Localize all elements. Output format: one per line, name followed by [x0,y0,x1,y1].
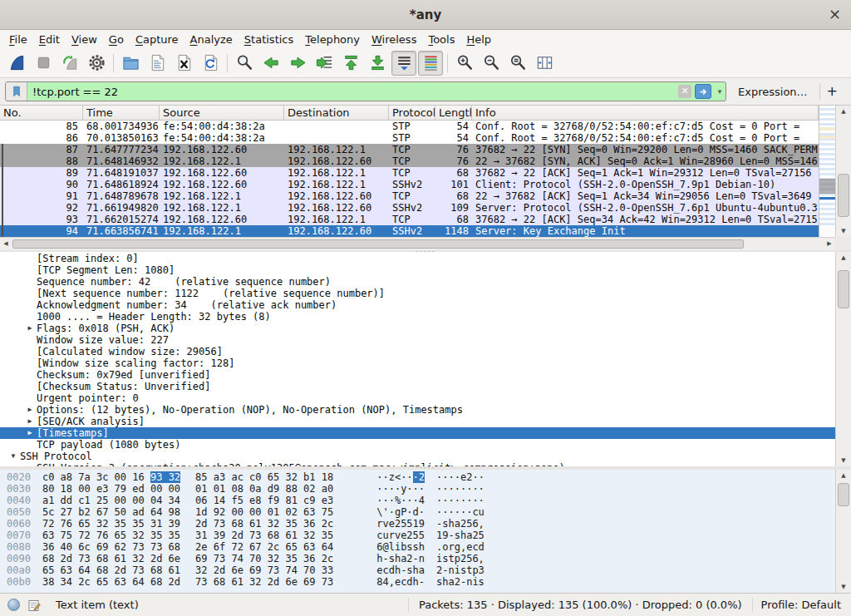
menu-statistics[interactable]: Statistics [239,33,299,46]
detail-item[interactable]: ▶[Timestamps] [0,427,835,439]
intelligent-scrollbar-minimap[interactable] [819,106,835,237]
packet-row[interactable]: 9071.648618924192.168.122.60192.168.122.… [0,179,819,190]
column-header-time[interactable]: Time [83,106,160,120]
detail-item[interactable]: [Checksum Status: Unverified] [0,381,835,392]
detail-item[interactable]: 1000 .... = Header Length: 32 bytes (8) [0,311,835,323]
expander-right-icon[interactable]: ▶ [23,427,37,439]
scrollbar-thumb[interactable] [838,270,849,308]
detail-item[interactable]: Urgent pointer: 0 [0,392,835,404]
auto-scroll-icon[interactable] [391,51,416,76]
scroll-up-icon[interactable]: ▲ [836,470,851,481]
scroll-down-icon[interactable]: ▼ [836,455,851,466]
scrollbar-thumb[interactable] [838,483,849,506]
filter-bookmark-button[interactable] [6,82,27,101]
menu-edit[interactable]: Edit [33,33,66,46]
packet-row[interactable]: 8871.648146932192.168.122.1192.168.122.6… [0,155,819,167]
save-file-icon[interactable] [145,51,170,76]
column-header-destination[interactable]: Destination [284,106,389,120]
hex-row[interactable]: 007063 75 72 76 65 32 35 3531 39 2d 73 6… [0,530,835,541]
column-header-source[interactable]: Source [160,106,284,120]
hex-row[interactable]: 003080 18 00 e3 79 ed 00 0001 01 08 0a d… [0,483,835,495]
detail-item[interactable]: Acknowledgment number: 34 (relative ack … [0,299,835,311]
expression-button[interactable]: Expression… [731,86,814,98]
packet-row[interactable]: 8971.648191037192.168.122.60192.168.122.… [0,167,819,179]
filter-clear-button[interactable]: ✕ [678,85,691,98]
expander-right-icon[interactable]: ▶ [23,416,37,427]
detail-item[interactable]: Sequence number: 42 (relative sequence n… [0,276,835,288]
packet-row[interactable]: 9471.663856741192.168.122.1192.168.122.6… [0,225,819,237]
zoom-in-icon[interactable] [452,51,477,76]
menu-view[interactable]: View [66,33,103,46]
status-profile[interactable]: Profile: Default [752,598,849,612]
hex-row[interactable]: 00b038 34 2c 65 63 64 68 2d73 68 61 32 2… [0,576,835,588]
scroll-up-icon[interactable]: ▲ [836,106,851,117]
titlebar[interactable]: *any × [0,0,851,30]
scroll-left-icon[interactable]: ◀ [0,238,12,250]
hex-row[interactable]: 009068 2d 73 68 61 32 2d 6e69 73 74 70 3… [0,553,835,564]
packet-row[interactable]: 9271.661949820192.168.122.1192.168.122.6… [0,202,819,214]
detail-item[interactable]: [Next sequence number: 1122 (relative se… [0,288,835,299]
detail-item[interactable]: [Calculated window size: 29056] [0,346,835,357]
filter-add-button[interactable]: + [819,83,846,100]
expander-right-icon[interactable]: ▶ [23,323,37,334]
detail-item[interactable]: Checksum: 0x79ed [unverified] [0,369,835,381]
details-vscrollbar[interactable]: ▲ ▼ [835,252,851,466]
column-header-no[interactable]: No. [0,106,83,120]
scrollbar-thumb[interactable] [838,174,849,217]
packet-row[interactable]: 8771.647777234192.168.122.60192.168.122.… [0,144,819,155]
bytes-vscrollbar[interactable]: ▲ ▼ [835,470,851,593]
detail-item[interactable]: ▶[SEQ/ACK analysis] [0,416,835,427]
reload-file-icon[interactable] [198,51,223,76]
detail-item[interactable]: ▶Options: (12 bytes), No-Operation (NOP)… [0,404,835,416]
packet-row[interactable]: 9171.648789678192.168.122.1192.168.122.6… [0,190,819,202]
go-forward-icon[interactable] [285,51,310,76]
go-to-packet-icon[interactable] [312,51,337,76]
close-file-icon[interactable] [171,51,196,76]
detail-item[interactable]: Window size value: 227 [0,334,835,346]
display-filter-field[interactable]: !tcp.port == 22 ✕ ▾ [5,81,726,101]
menu-wireless[interactable]: Wireless [366,33,422,46]
go-first-icon[interactable] [338,51,363,76]
expander-right-icon[interactable]: ▶ [23,404,37,416]
menu-tools[interactable]: Tools [422,33,460,46]
menu-telephony[interactable]: Telephony [299,33,366,46]
packet-row[interactable]: 8670.013850163fe:54:00:d4:38:2aSTP54Conf… [0,132,819,144]
detail-item[interactable]: [Window size scaling factor: 128] [0,357,835,369]
zoom-original-icon[interactable] [505,51,530,76]
stop-capture-icon[interactable] [31,51,56,76]
go-back-icon[interactable] [258,51,283,76]
scrollbar-thumb[interactable] [12,239,744,249]
menu-analyze[interactable]: Analyze [184,33,239,46]
restart-capture-icon[interactable] [57,51,82,76]
packet-row[interactable]: 9371.662015274192.168.122.60192.168.122.… [0,214,819,225]
scroll-right-icon[interactable]: ▶ [824,238,835,250]
capture-comment-icon[interactable] [27,599,41,612]
detail-item[interactable]: ▼SSH Protocol [0,451,835,462]
hex-row[interactable]: 006072 76 65 32 35 35 31 392d 73 68 61 3… [0,518,835,530]
zoom-out-icon[interactable] [479,51,504,76]
filter-apply-button[interactable] [695,84,711,99]
expander-down-icon[interactable]: ▼ [7,451,20,462]
hex-row[interactable]: 00505c 27 b2 67 50 ad 64 981d 92 00 00 0… [0,506,835,518]
filter-history-dropdown[interactable]: ▾ [714,87,726,96]
go-last-icon[interactable] [365,51,390,76]
column-header-length[interactable]: Length [435,106,472,120]
detail-item[interactable]: ▶Flags: 0x018 (PSH, ACK) [0,323,835,334]
window-close-button[interactable]: × [829,0,841,28]
hex-row[interactable]: 008036 40 6c 69 62 73 73 682e 6f 72 67 2… [0,541,835,553]
menu-go[interactable]: Go [103,33,130,46]
hex-row[interactable]: 0040a1 dd c1 25 00 00 04 3406 14 f5 e8 f… [0,495,835,506]
display-filter-value[interactable]: !tcp.port == 22 [27,86,678,98]
open-file-icon[interactable] [118,51,143,76]
capture-options-icon[interactable] [84,51,109,76]
menu-help[interactable]: Help [460,33,497,46]
menu-capture[interactable]: Capture [130,33,184,46]
scroll-down-icon[interactable]: ▼ [836,581,851,593]
find-packet-icon[interactable] [232,51,257,76]
detail-item[interactable]: TCP payload (1080 bytes) [0,439,835,451]
start-capture-icon[interactable] [4,51,29,76]
expert-info-icon[interactable] [7,599,20,611]
detail-item[interactable]: [Stream index: 0] [0,253,835,264]
menu-file[interactable]: File [3,33,33,46]
hex-row[interactable]: 0020c0 a8 7a 3c 00 16 93 3285 a3 ac c0 6… [0,471,835,483]
